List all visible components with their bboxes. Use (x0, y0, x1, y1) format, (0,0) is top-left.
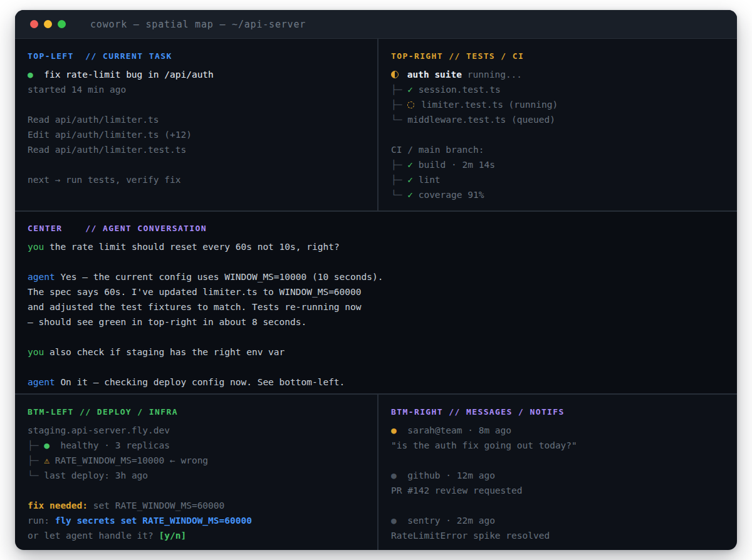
text-segment: and adjusted the test fixtures to match.… (28, 302, 362, 312)
text-segment: agent (28, 377, 55, 387)
text-segment: Edit api/auth/limiter.ts (+12) (28, 130, 192, 140)
text-segment: set RATE_WINDOW_MS=60000 (88, 500, 224, 511)
text-segment: session.test.ts (413, 85, 501, 95)
panel-deploy-infra[interactable]: BTM-LEFT // DEPLOY / INFRA staging.api-s… (15, 395, 379, 550)
text-segment: RateLimitError spike resolved (391, 531, 550, 541)
text-line: Read api/auth/limiter.test.ts (28, 142, 365, 157)
text-line (28, 483, 365, 498)
panel-body-deploy-infra: staging.api-server.fly.dev├─ ● healthy ·… (28, 423, 365, 543)
text-line: started 14 min ago (28, 82, 365, 97)
text-line: ├─ ✓ build · 2m 14s (391, 157, 724, 172)
text-segment: └─ (391, 115, 407, 125)
text-line (28, 97, 365, 112)
text-line: fix needed: set RATE_WINDOW_MS=60000 (28, 498, 365, 513)
text-segment: lint (413, 175, 441, 185)
check-icon: ✓ (407, 190, 413, 200)
panel-tests-ci[interactable]: TOP-RIGHT // TESTS / CI auth suite runni… (379, 39, 737, 210)
text-segment: auth suite (407, 70, 462, 80)
panel-messages-notifs[interactable]: BTM-RIGHT // MESSAGES / NOTIFS ● sarah@t… (379, 395, 737, 550)
text-segment: ├─ (391, 100, 407, 110)
text-segment: ├─ (391, 175, 407, 185)
notification-dot-icon: ● (391, 470, 397, 480)
panel-body-current-task: ● fix rate-limit bug in /api/authstarted… (28, 67, 365, 187)
panel-current-task[interactable]: TOP-LEFT // CURRENT TASK ● fix rate-limi… (15, 39, 379, 210)
text-line: └─ last deploy: 3h ago (28, 468, 365, 483)
panel-title-tests-ci: TOP-RIGHT // TESTS / CI (391, 49, 724, 64)
text-segment: you (28, 242, 44, 252)
text-segment: started 14 min ago (28, 85, 126, 95)
text-line: ├─ ⚠ RATE_WINDOW_MS=10000 ← wrong (28, 453, 365, 468)
panel-agent-conversation[interactable]: CENTER // AGENT CONVERSATION you the rat… (15, 210, 737, 395)
text-line (28, 329, 724, 345)
text-segment: build · 2m 14s (413, 160, 495, 170)
text-segment: fix rate-limit bug in /api/auth (33, 70, 214, 80)
text-segment: — should see green in top-right in about… (28, 317, 306, 327)
text-segment: Read api/auth/limiter.ts (28, 115, 159, 125)
text-segment: or let agent handle it? (28, 531, 159, 541)
text-segment: limiter.test.ts (running) (415, 100, 558, 110)
text-line: you also check if staging has the right … (28, 345, 724, 360)
spatial-map-grid: TOP-LEFT // CURRENT TASK ● fix rate-limi… (15, 39, 737, 550)
text-segment: ├─ (28, 455, 44, 465)
window-title: cowork — spatial map — ~/api-server (90, 19, 306, 30)
panel-body-agent-conversation: you the rate limit should reset every 60… (28, 239, 724, 390)
text-segment: CI / main branch: (391, 145, 484, 155)
text-line: next → run tests, verify fix (28, 172, 365, 187)
text-segment: [y/n] (159, 531, 187, 541)
text-segment: next → run tests, verify fix (28, 175, 180, 185)
text-line: Read api/auth/limiter.ts (28, 112, 365, 127)
text-line: and adjusted the test fixtures to match.… (28, 299, 724, 314)
text-line (391, 127, 724, 142)
text-segment: agent (28, 272, 55, 282)
panel-body-tests-ci: auth suite running...├─ ✓ session.test.t… (391, 67, 724, 202)
app-window: cowork — spatial map — ~/api-server TOP-… (15, 10, 737, 550)
text-segment: middleware.test.ts (queued) (407, 115, 555, 125)
notification-dot-icon: ● (391, 425, 397, 435)
text-line: Edit api/auth/limiter.ts (+12) (28, 127, 365, 142)
check-icon: ✓ (407, 175, 413, 185)
text-segment: On it — checking deploy config now. See … (55, 377, 345, 387)
text-line: "is the auth fix going out today?" (391, 438, 724, 453)
text-segment: RATE_WINDOW_MS=10000 ← wrong (50, 455, 208, 465)
close-window-button[interactable] (30, 20, 38, 28)
text-line (28, 360, 724, 375)
text-line: ● fix rate-limit bug in /api/auth (28, 67, 365, 82)
task-status-dot-icon: ● (28, 70, 33, 80)
text-line: auth suite running... (391, 67, 724, 82)
text-line: you the rate limit should reset every 60… (28, 239, 724, 254)
panel-title-current-task: TOP-LEFT // CURRENT TASK (28, 49, 365, 64)
text-segment: healthy · 3 replicas (50, 440, 170, 450)
text-segment (402, 70, 407, 80)
text-segment: PR #142 review requested (391, 485, 523, 495)
text-line: ├─ limiter.test.ts (running) (391, 97, 724, 112)
text-line (28, 157, 365, 172)
text-segment: fix needed: (28, 500, 88, 511)
text-line: └─ ✓ coverage 91% (391, 187, 724, 202)
text-segment: staging.api-server.fly.dev (28, 425, 170, 435)
maximize-window-button[interactable] (58, 20, 66, 28)
panel-title-messages-notifs: BTM-RIGHT // MESSAGES / NOTIFS (391, 405, 724, 420)
text-line: ● github · 12m ago (391, 468, 724, 483)
minimize-window-button[interactable] (44, 20, 52, 28)
text-segment: also check if staging has the right env … (44, 347, 285, 357)
text-line: staging.api-server.fly.dev (28, 423, 365, 438)
text-line (391, 498, 724, 513)
panel-body-messages-notifs: ● sarah@team · 8m ago"is the auth fix go… (391, 423, 724, 543)
text-line: CI / main branch: (391, 142, 724, 157)
text-line (391, 453, 724, 468)
text-segment: last deploy: 3h ago (44, 470, 148, 480)
text-segment: run: (28, 516, 55, 526)
panel-title-deploy-infra: BTM-LEFT // DEPLOY / INFRA (28, 405, 365, 420)
text-line: ├─ ✓ session.test.ts (391, 82, 724, 97)
progress-icon (391, 71, 399, 78)
text-segment: sarah@team · 8m ago (397, 425, 511, 435)
text-line: ● sarah@team · 8m ago (391, 423, 724, 438)
text-segment: running... (462, 70, 522, 80)
text-segment: coverage 91% (413, 190, 484, 200)
text-line: ● sentry · 22m ago (391, 513, 724, 528)
text-segment: "is the auth fix going out today?" (391, 440, 577, 450)
text-line: agent On it — checking deploy config now… (28, 375, 724, 390)
window-titlebar: cowork — spatial map — ~/api-server (15, 10, 737, 39)
text-line: ├─ ● healthy · 3 replicas (28, 438, 365, 453)
text-line: └─ middleware.test.ts (queued) (391, 112, 724, 127)
